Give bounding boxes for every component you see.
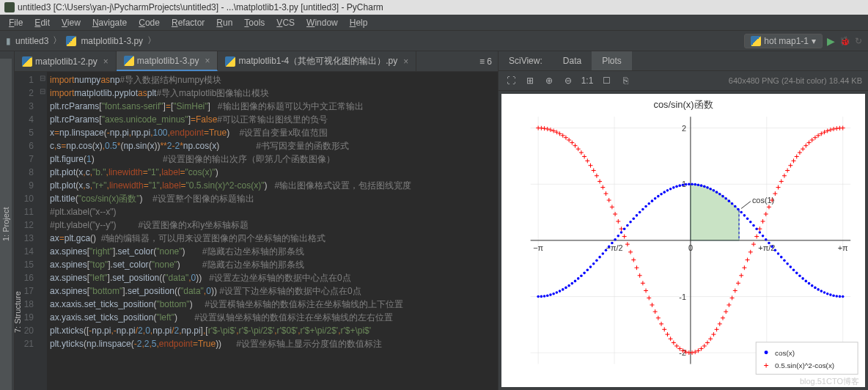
svg-point-62: [663, 191, 666, 194]
menu-edit[interactable]: Edit: [30, 16, 54, 29]
plot-svg: −π−π/20+π/2+π-2-112cos(1)cos/sin(x)函数cos…: [501, 94, 865, 387]
plot-tool[interactable]: ⛶: [504, 74, 518, 87]
svg-point-113: [820, 290, 823, 293]
svg-point-31: [567, 284, 570, 287]
sciview-tabs: SciView:DataPlots: [499, 51, 868, 71]
svg-point-110: [811, 284, 814, 287]
svg-point-102: [786, 262, 789, 265]
svg-point-84: [731, 202, 734, 205]
menu-tools[interactable]: Tools: [240, 16, 269, 29]
sciview-tab-plots[interactable]: Plots: [592, 51, 632, 70]
svg-text:cos(1): cos(1): [752, 196, 774, 205]
plot-tool[interactable]: ⊕: [542, 74, 556, 87]
svg-point-47: [617, 235, 619, 238]
editor-tab[interactable]: matplotlib1-4（其他可视化图的输出）.py×: [218, 51, 416, 71]
menu-help[interactable]: Help: [345, 16, 372, 29]
code-content[interactable]: import numpy as np #导入数据结构numpy模块import …: [47, 72, 498, 390]
svg-point-96: [768, 242, 770, 245]
tool-tab-project[interactable]: 1: Project: [0, 59, 12, 390]
menu-navigate[interactable]: Navigate: [88, 16, 131, 29]
run-config-label: hot map1-1: [764, 36, 809, 46]
python-icon: [751, 36, 761, 46]
code-editor[interactable]: 123456789101112131415161718192021 ⊟⊟ imp…: [15, 72, 498, 390]
svg-point-41: [598, 256, 601, 259]
svg-point-99: [777, 252, 780, 255]
svg-point-76: [706, 186, 709, 189]
tab-overflow-indicator[interactable]: ≡ 6: [479, 56, 492, 67]
close-icon[interactable]: ×: [205, 56, 210, 66]
svg-point-40: [595, 260, 598, 262]
plot-tool[interactable]: ⊖: [562, 74, 575, 87]
svg-point-56: [644, 205, 647, 208]
svg-text:cos/sin(x)函数: cos/sin(x)函数: [653, 100, 713, 111]
menu-code[interactable]: Code: [134, 16, 164, 29]
plot-tool[interactable]: 1:1: [581, 74, 594, 87]
breadcrumb-sep: 〉: [53, 34, 62, 47]
svg-point-42: [602, 252, 605, 255]
svg-point-57: [647, 202, 650, 205]
svg-point-119: [839, 295, 842, 298]
python-file-icon: [22, 56, 32, 67]
python-file-icon: [124, 56, 134, 66]
svg-point-73: [697, 184, 700, 187]
svg-point-112: [817, 288, 820, 291]
svg-point-39: [592, 262, 595, 265]
menu-view[interactable]: View: [57, 16, 85, 29]
svg-point-79: [716, 191, 718, 194]
svg-point-22: [540, 295, 543, 298]
svg-point-100: [780, 256, 783, 259]
window-title: untitled3 [C:\Users\yan-j\PycharmProject…: [18, 2, 383, 12]
editor-tab[interactable]: matplotlib1-2.py×: [15, 51, 117, 71]
svg-point-71: [691, 183, 694, 186]
svg-point-26: [552, 292, 555, 295]
menu-run[interactable]: Run: [212, 16, 237, 29]
sciview-tab-sciview[interactable]: SciView:: [499, 51, 553, 70]
svg-point-95: [765, 238, 768, 241]
tool-tab-structure[interactable]: 7: Structure: [12, 235, 23, 390]
svg-point-120: [842, 295, 845, 298]
menu-refactor[interactable]: Refactor: [167, 16, 209, 29]
svg-point-24: [546, 295, 549, 298]
svg-point-58: [651, 200, 654, 203]
breadcrumb-file[interactable]: matplotlib1-3.py: [81, 36, 143, 46]
close-icon[interactable]: ×: [403, 56, 408, 67]
breadcrumb-project[interactable]: untitled3: [15, 36, 48, 46]
svg-point-75: [703, 185, 706, 188]
svg-point-25: [549, 293, 552, 296]
svg-point-89: [746, 218, 749, 221]
svg-point-109: [808, 282, 811, 285]
svg-point-29: [562, 288, 564, 291]
menu-file[interactable]: File: [4, 16, 27, 29]
svg-point-43: [605, 249, 608, 252]
svg-point-65: [672, 186, 675, 189]
svg-point-68: [682, 184, 685, 187]
sciview-tab-data[interactable]: Data: [553, 51, 592, 70]
svg-point-34: [577, 277, 580, 280]
svg-point-46: [614, 238, 617, 241]
run-button[interactable]: ▶: [827, 35, 835, 47]
svg-point-59: [654, 197, 657, 200]
svg-point-104: [792, 269, 795, 272]
plot-tool[interactable]: ☐: [600, 74, 613, 87]
svg-point-78: [713, 189, 716, 192]
menu-vcs[interactable]: VCS: [272, 16, 299, 29]
svg-point-116: [829, 293, 832, 296]
stop-button[interactable]: ↻: [855, 36, 862, 46]
menubar: FileEditViewNavigateCodeRefactorRunTools…: [0, 15, 868, 31]
run-config-dropdown[interactable]: hot map1-1 ▾: [744, 34, 823, 48]
svg-point-61: [660, 193, 663, 196]
close-icon[interactable]: ×: [103, 56, 108, 67]
svg-point-77: [709, 188, 712, 191]
svg-point-107: [801, 277, 804, 280]
plot-tool[interactable]: ⊞: [523, 74, 537, 87]
svg-point-55: [641, 208, 644, 211]
svg-point-103: [790, 266, 792, 269]
debug-button[interactable]: 🐞: [839, 36, 850, 46]
plot-tool[interactable]: ⎘: [619, 74, 632, 87]
editor-tab[interactable]: matplotlib1-3.py×: [117, 51, 218, 71]
chevron-down-icon: ▾: [812, 36, 816, 46]
svg-point-35: [580, 275, 583, 278]
svg-point-33: [574, 280, 577, 283]
menu-window[interactable]: Window: [302, 16, 342, 29]
svg-text:0: 0: [688, 243, 693, 252]
